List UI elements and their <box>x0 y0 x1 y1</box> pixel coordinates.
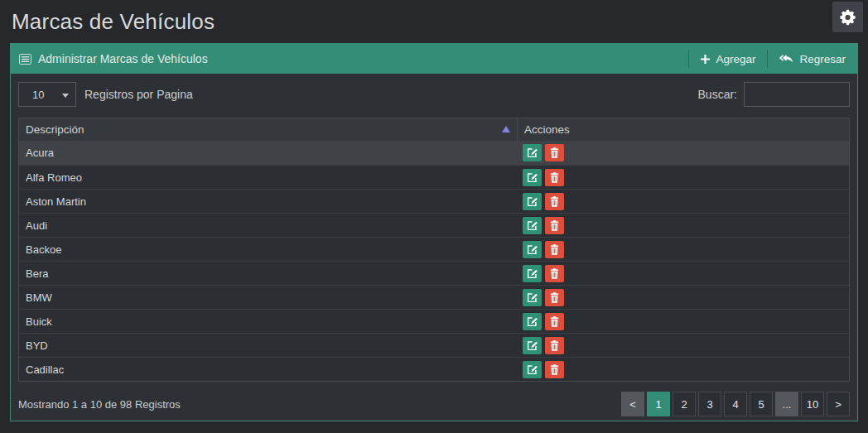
delete-button[interactable] <box>545 289 564 306</box>
records-summary: Mostrando 1 a 10 de 98 Registros <box>18 398 181 411</box>
page-size-select[interactable]: 10 <box>18 82 76 107</box>
edit-button[interactable] <box>523 217 542 234</box>
page-title: Marcas de Vehículos <box>12 9 215 35</box>
delete-button[interactable] <box>545 144 564 161</box>
edit-button[interactable] <box>523 169 542 186</box>
row-actions <box>518 217 849 234</box>
edit-pencil-icon <box>527 268 538 279</box>
table-row[interactable]: Backoe <box>19 237 849 261</box>
table-row[interactable]: BYD <box>19 333 849 357</box>
pagination-button[interactable]: 1 <box>647 392 670 416</box>
content-panel: Administrar Marcas de Vehículos Agregar <box>10 43 858 421</box>
trash-icon <box>550 316 559 327</box>
edit-pencil-icon <box>527 172 538 183</box>
pagination-button[interactable]: 5 <box>750 392 773 416</box>
pagination-button[interactable]: 10 <box>801 392 824 416</box>
back-button-label: Regresar <box>799 53 846 65</box>
table-row[interactable]: Acura <box>19 141 849 165</box>
pagination-button[interactable]: 3 <box>698 392 721 416</box>
edit-pencil-icon <box>527 196 538 207</box>
pagination-button[interactable]: ... <box>775 392 798 416</box>
row-actions <box>518 193 849 210</box>
edit-pencil-icon <box>527 292 538 303</box>
edit-pencil-icon <box>527 147 538 158</box>
table-body: Acura <box>19 141 849 381</box>
delete-button[interactable] <box>545 337 564 354</box>
row-description: BMW <box>19 291 518 304</box>
delete-button[interactable] <box>545 193 564 210</box>
table-row[interactable]: Buick <box>19 309 849 333</box>
trash-icon <box>550 196 559 207</box>
pagination: <12345...10> <box>621 392 850 416</box>
table-row[interactable]: BMW <box>19 285 849 309</box>
page-header: Marcas de Vehículos <box>0 0 868 43</box>
trash-icon <box>550 364 559 375</box>
delete-button[interactable] <box>545 169 564 186</box>
row-description: Acura <box>19 147 518 159</box>
edit-button[interactable] <box>523 193 542 210</box>
delete-button[interactable] <box>545 217 564 234</box>
trash-icon <box>550 244 559 255</box>
delete-button[interactable] <box>545 241 564 258</box>
row-actions <box>518 169 849 186</box>
column-header-actions-label: Acciones <box>524 123 570 136</box>
table-row[interactable]: Cadillac <box>19 357 849 381</box>
row-actions <box>518 337 849 354</box>
edit-button[interactable] <box>523 361 542 378</box>
row-actions <box>518 313 849 330</box>
trash-icon <box>550 340 559 351</box>
edit-button[interactable] <box>523 337 542 354</box>
table-row[interactable]: Bera <box>19 261 849 285</box>
add-button[interactable]: Agregar <box>689 44 767 74</box>
edit-button[interactable] <box>523 265 542 282</box>
row-description: BYD <box>19 339 518 352</box>
settings-button[interactable] <box>832 2 863 32</box>
pagination-button[interactable]: > <box>827 392 850 416</box>
table-footer: Mostrando 1 a 10 de 98 Registros <12345.… <box>18 392 850 416</box>
edit-button[interactable] <box>523 241 542 258</box>
row-actions <box>518 265 849 282</box>
pagination-button[interactable]: 4 <box>724 392 747 416</box>
panel-title: Administrar Marcas de Vehículos <box>38 52 208 65</box>
add-button-label: Agregar <box>716 53 755 65</box>
delete-button[interactable] <box>545 265 564 282</box>
page-size-value: 10 <box>32 89 44 101</box>
table-row[interactable]: Alfa Romeo <box>19 165 849 189</box>
app-window: Marcas de Vehículos Administrar Marcas d… <box>0 0 868 433</box>
search-label: Buscar: <box>698 88 737 101</box>
panel-body: 10 Registros por Pagina Buscar: Descripc… <box>11 74 857 421</box>
edit-button[interactable] <box>523 144 542 161</box>
row-actions <box>518 241 849 258</box>
caret-down-icon <box>62 94 69 98</box>
row-description: Backoe <box>19 243 518 256</box>
trash-icon <box>550 172 559 183</box>
delete-button[interactable] <box>545 313 564 330</box>
back-button[interactable]: Regresar <box>768 44 857 74</box>
trash-icon <box>550 220 559 231</box>
pagination-button[interactable]: < <box>621 392 644 416</box>
search-input[interactable] <box>744 82 850 107</box>
edit-button[interactable] <box>523 289 542 306</box>
edit-pencil-icon <box>527 364 538 375</box>
table-row[interactable]: Aston Martin <box>19 189 849 213</box>
table-row[interactable]: Audi <box>19 213 849 237</box>
panel-heading-actions: Agregar Regresar <box>688 44 857 74</box>
pagination-button[interactable]: 2 <box>673 392 696 416</box>
trash-icon <box>550 292 559 303</box>
trash-icon <box>550 147 559 158</box>
row-description: Audi <box>19 219 518 232</box>
row-description: Aston Martin <box>19 195 518 208</box>
list-icon <box>19 54 31 65</box>
delete-button[interactable] <box>545 361 564 378</box>
column-header-description-label: Descripción <box>26 123 84 136</box>
row-description: Cadillac <box>19 363 518 376</box>
edit-pencil-icon <box>527 316 538 327</box>
row-actions <box>518 361 849 378</box>
column-header-description[interactable]: Descripción <box>19 118 518 141</box>
edit-button[interactable] <box>523 313 542 330</box>
panel-heading: Administrar Marcas de Vehículos Agregar <box>11 44 857 74</box>
brands-table: Descripción Acciones Acura <box>18 118 850 382</box>
row-description: Buick <box>19 315 518 328</box>
table-header: Descripción Acciones <box>19 118 849 141</box>
column-header-actions[interactable]: Acciones <box>518 118 849 141</box>
